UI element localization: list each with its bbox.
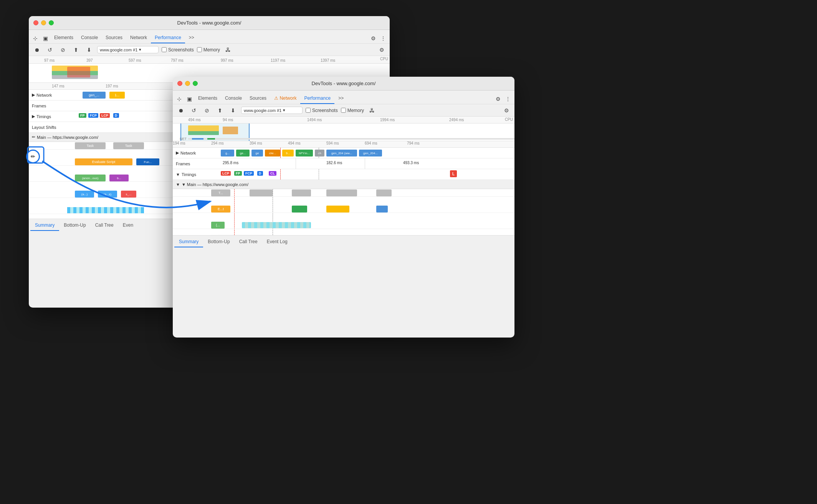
track-label-frames-back: Frames bbox=[29, 104, 75, 108]
tab-console-front[interactable]: Console bbox=[221, 93, 246, 104]
memory-input-back[interactable] bbox=[197, 47, 202, 52]
track-label-network-front: ▶ Network bbox=[173, 150, 219, 155]
more-icon-back[interactable]: ⋮ bbox=[378, 33, 388, 43]
settings-icon-front[interactable]: ⚙ bbox=[493, 94, 503, 104]
tab-elements-back[interactable]: Elements bbox=[50, 33, 77, 43]
timeline-ruler-front: 494 ms 94 ms 1494 ms 1994 ms 2494 ms CPU bbox=[173, 117, 514, 124]
tab-more-back[interactable]: >> bbox=[185, 33, 198, 43]
devtools-window-front: DevTools - www.google.com/ ⊹ ▣ Elements … bbox=[173, 77, 514, 338]
track-frames-front: Frames 295.8 ms 182.6 ms 493.3 ms bbox=[173, 158, 514, 169]
bottom-tab-summary-front[interactable]: Summary bbox=[174, 237, 203, 247]
close-button-back[interactable] bbox=[33, 20, 38, 25]
upload-icon-back[interactable]: ⬆ bbox=[71, 45, 81, 55]
tab-network-back[interactable]: Network bbox=[126, 33, 151, 43]
main-title-front: ▼ Main — https://www.google.com/ bbox=[182, 182, 248, 187]
traffic-lights-front bbox=[177, 81, 198, 86]
refresh-icon-front[interactable]: ↺ bbox=[189, 105, 199, 115]
screenshots-input-back[interactable] bbox=[162, 47, 167, 52]
minimize-button-front[interactable] bbox=[185, 81, 190, 86]
tab-bar-front: ⊹ ▣ Elements Console Sources ⚠ Network P… bbox=[173, 91, 514, 104]
flame-row-front-1: T... bbox=[173, 189, 514, 197]
url-selector-front[interactable]: www.google.com #1 ▾ bbox=[241, 107, 303, 114]
triangle-down-icon-front: ▼ bbox=[176, 182, 180, 187]
download-icon-back[interactable]: ⬇ bbox=[84, 45, 94, 55]
tick-397: 397 bbox=[86, 58, 93, 63]
track-label-layout-shifts-back: Layout Shifts bbox=[29, 125, 75, 130]
memory-input-front[interactable] bbox=[341, 108, 346, 113]
track-label-frames-front: Frames bbox=[173, 161, 219, 166]
flame-row-front-3: (... bbox=[173, 221, 514, 229]
badge-cl-front: CL bbox=[269, 171, 276, 176]
url-text-back: www.google.com #1 bbox=[100, 48, 137, 52]
window-title-back: DevTools - www.google.com/ bbox=[177, 20, 241, 26]
bottom-tab-bottomup-front[interactable]: Bottom-Up bbox=[203, 237, 234, 247]
memory-label-back: Memory bbox=[203, 47, 220, 53]
cursor-icon-front[interactable]: ⊹ bbox=[174, 94, 184, 104]
track-content-frames-front: 295.8 ms 182.6 ms 493.3 ms bbox=[219, 158, 514, 169]
bottom-tab-eventlog-front[interactable]: Event Log bbox=[262, 237, 292, 247]
maximize-button-back[interactable] bbox=[49, 20, 54, 25]
maximize-button-front[interactable] bbox=[193, 81, 198, 86]
network-icon-back: ▶ bbox=[32, 92, 35, 97]
timeline-ruler-back: 97 ms 397 597 ms 797 ms 997 ms 1197 ms 1… bbox=[29, 56, 390, 64]
badge-fcp-front: FCP bbox=[244, 171, 254, 176]
net-label-mini: NET bbox=[173, 137, 188, 141]
track-network-front: ▶ Network g... ge... ge clie... 9... hPY… bbox=[173, 148, 514, 158]
detail-ruler-front: 194 ms 294 ms 394 ms 494 ms 594 ms 694 m… bbox=[173, 141, 514, 148]
bottom-tab-summary-back[interactable]: Summary bbox=[30, 220, 59, 231]
bottom-tab-bottomup-back[interactable]: Bottom-Up bbox=[59, 220, 90, 231]
toolbar2-front: ⏺ ↺ ⊘ ⬆ ⬇ www.google.com #1 ▾ Screenshot… bbox=[173, 104, 514, 117]
screenshots-checkbox-front[interactable]: Screenshots bbox=[306, 108, 338, 113]
bottom-tab-calltree-front[interactable]: Call Tree bbox=[235, 237, 262, 247]
tick-1197: 1197 ms bbox=[271, 58, 285, 63]
badge-fcp-back: FCP bbox=[88, 113, 98, 118]
tab-sources-back[interactable]: Sources bbox=[102, 33, 126, 43]
memory-checkbox-front[interactable]: Memory bbox=[341, 108, 364, 113]
tab-performance-front[interactable]: Performance bbox=[300, 93, 334, 104]
badge-fp-back: FP bbox=[79, 113, 86, 118]
tab-more-front[interactable]: >> bbox=[334, 93, 347, 104]
cpu-mini-chart-front: NET bbox=[173, 124, 514, 141]
triangle-down-icon: ✏ bbox=[32, 135, 35, 140]
chevron-down-icon-front: ▾ bbox=[283, 108, 285, 113]
record-icon-front[interactable]: ⏺ bbox=[176, 105, 186, 115]
network-throttle-icon-back[interactable]: 🖧 bbox=[223, 45, 233, 55]
more-icon-front[interactable]: ⋮ bbox=[503, 94, 513, 104]
cursor-icon-back[interactable]: ⊹ bbox=[30, 33, 40, 43]
clear-icon-back[interactable]: ⊘ bbox=[58, 45, 68, 55]
tab-sources-front[interactable]: Sources bbox=[246, 93, 270, 104]
tab-network-front[interactable]: ⚠ Network bbox=[270, 93, 300, 104]
memory-checkbox-back[interactable]: Memory bbox=[197, 47, 220, 53]
device-icon-back[interactable]: ▣ bbox=[40, 33, 50, 43]
tab-performance-back[interactable]: Performance bbox=[151, 33, 185, 43]
tab-console-back[interactable]: Console bbox=[77, 33, 102, 43]
bottom-tab-eventlog-back[interactable]: Even bbox=[118, 220, 138, 231]
track-label-timings-front: ▼ Timings bbox=[173, 172, 219, 177]
close-button-front[interactable] bbox=[177, 81, 182, 86]
bottom-tab-calltree-back[interactable]: Call Tree bbox=[91, 220, 118, 231]
download-icon-front[interactable]: ⬇ bbox=[228, 105, 238, 115]
track-timings-front: ▼ Timings LCP FP FCP D CL L bbox=[173, 169, 514, 180]
screenshots-checkbox-back[interactable]: Screenshots bbox=[162, 47, 194, 53]
warning-icon: ⚠ bbox=[274, 96, 278, 101]
cpu-label-front: CPU bbox=[505, 117, 513, 122]
settings-icon-back[interactable]: ⚙ bbox=[368, 33, 378, 43]
tab-elements-front[interactable]: Elements bbox=[194, 93, 221, 104]
capture-settings-icon-front[interactable]: ⚙ bbox=[501, 105, 511, 115]
track-label-network-back: ▶ Network bbox=[29, 92, 75, 97]
clear-icon-front[interactable]: ⊘ bbox=[202, 105, 212, 115]
track-label-timings-back: ▶ Timings bbox=[29, 114, 75, 119]
badge-l-front: L bbox=[450, 170, 457, 177]
record-icon-back[interactable]: ⏺ bbox=[32, 45, 42, 55]
minimize-button-back[interactable] bbox=[41, 20, 46, 25]
tick-97: 97 ms bbox=[44, 58, 55, 63]
network-throttle-icon-front[interactable]: 🖧 bbox=[367, 105, 377, 115]
upload-icon-front[interactable]: ⬆ bbox=[215, 105, 225, 115]
bottom-tabs-front: Summary Bottom-Up Call Tree Event Log bbox=[173, 235, 514, 247]
refresh-icon-back[interactable]: ↺ bbox=[45, 45, 55, 55]
screenshots-input-front[interactable] bbox=[306, 108, 311, 113]
url-selector-back[interactable]: www.google.com #1 ▾ bbox=[97, 46, 159, 53]
capture-settings-icon-back[interactable]: ⚙ bbox=[377, 45, 387, 55]
track-content-timings-front: LCP FP FCP D CL L bbox=[219, 169, 514, 180]
device-icon-front[interactable]: ▣ bbox=[184, 94, 194, 104]
